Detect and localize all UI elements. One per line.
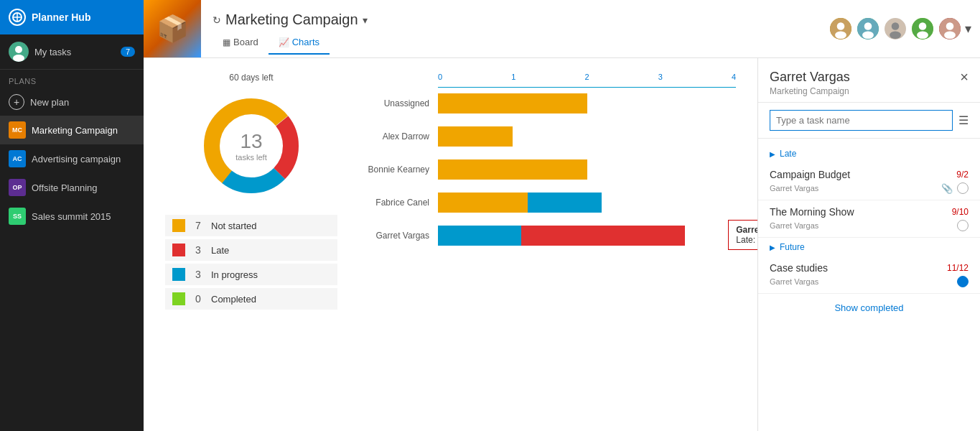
tab-board[interactable]: ▦ Board	[213, 31, 269, 55]
bar-segment-red	[521, 226, 685, 246]
more-members-icon[interactable]: ▾	[965, 21, 971, 37]
sidebar: Planner Hub My tasks 7 Plans + New plan …	[0, 0, 144, 431]
member-avatar-1[interactable]	[829, 17, 853, 41]
bar-chart-section: 0 1 2 3 4 Unassigned Alex Darro	[366, 73, 736, 417]
filter-icon[interactable]: ☰	[958, 113, 969, 127]
charts-icon: 📈	[279, 37, 289, 47]
bar-row-garret-vargas: Garret Vargas Garret Vargas Late: 2	[366, 226, 736, 246]
board-icon: ▦	[223, 37, 230, 47]
chevron-down-icon[interactable]: ▾	[363, 14, 368, 26]
svg-point-11	[862, 32, 874, 40]
right-panel-search: ☰	[758, 103, 980, 139]
member-avatar-5[interactable]	[938, 17, 962, 41]
show-completed-button[interactable]: Show completed	[758, 294, 980, 321]
bar-segment-yellow	[438, 93, 587, 113]
member-avatar-2[interactable]	[856, 17, 880, 41]
bar-segment-yellow	[438, 193, 528, 213]
sidebar-item-sales-summit[interactable]: SS Sales summit 2015	[0, 202, 144, 231]
task-meta-campaign-budget: Garret Vargas 📎	[770, 182, 969, 194]
tooltip-name: Garret Vargas	[736, 225, 757, 235]
task-date-case-studies: 11/12	[947, 263, 969, 273]
task-meta-case-studies: Garret Vargas	[770, 276, 969, 287]
plan-icon-op: OP	[9, 179, 26, 196]
charts-panel: 60 days left 13 tasks left	[144, 58, 757, 431]
axis-tick-3: 3	[658, 73, 663, 81]
bar-track-unassigned	[438, 93, 736, 113]
svg-point-4	[15, 46, 22, 53]
bar-segment-yellow	[438, 126, 513, 147]
task-item-morning-show: The Morning Show 9/10 Garret Vargas	[758, 200, 980, 238]
new-plan-button[interactable]: + New plan	[0, 88, 144, 116]
svg-point-16	[919, 22, 927, 30]
tab-charts[interactable]: 📈 Charts	[269, 31, 330, 55]
plan-label-op: Offsite Planning	[32, 182, 98, 193]
attachment-icon: 📎	[941, 183, 953, 194]
legend-item-in-progress: 3 In progress	[165, 264, 337, 285]
task-top-case-studies: Case studies 11/12	[770, 262, 969, 274]
donut-section: 60 days left 13 tasks left	[165, 73, 337, 417]
refresh-icon[interactable]: ↻	[213, 14, 221, 26]
task-circle-icon[interactable]	[957, 220, 969, 231]
plan-icon-mc: MC	[9, 121, 26, 139]
axis-tick-2: 2	[584, 73, 589, 81]
section-chevron-future: ▶	[770, 244, 775, 251]
legend-color-completed	[172, 292, 185, 305]
bar-label-unassigned: Unassigned	[366, 98, 438, 108]
bar-segment-yellow	[438, 159, 587, 180]
sidebar-item-advertising-campaign[interactable]: AC Advertising campaign	[0, 144, 144, 173]
donut-chart: 13 tasks left	[194, 88, 309, 203]
sidebar-item-marketing-campaign[interactable]: MC Marketing Campaign	[0, 116, 144, 144]
axis-tick-4: 4	[732, 73, 736, 81]
right-panel: Garret Vargas Marketing Campaign × ☰ ▶ L…	[757, 58, 980, 431]
task-search-input[interactable]	[770, 110, 953, 131]
task-circle-icon[interactable]	[957, 182, 969, 194]
plan-label-ac: Advertising campaign	[32, 154, 121, 164]
plan-icon-ac: AC	[9, 150, 26, 167]
plan-tabs: ▦ Board 📈 Charts	[213, 28, 817, 55]
svg-point-20	[944, 32, 956, 40]
svg-point-10	[864, 22, 872, 30]
close-button[interactable]: ×	[960, 70, 969, 84]
member-avatar-3[interactable]	[883, 17, 907, 41]
legend-count-late: 3	[192, 244, 204, 256]
donut-center: 13 tasks left	[235, 130, 266, 162]
tab-board-label: Board	[233, 37, 258, 47]
bar-track-garret-vargas: Garret Vargas Late: 2	[438, 226, 736, 246]
plan-label-ss: Sales summit 2015	[32, 211, 111, 222]
planner-hub-icon	[9, 9, 26, 26]
legend-list: 7 Not started 3 Late 3 In progress	[165, 215, 337, 312]
legend-count-in-progress: 3	[192, 269, 204, 280]
bar-axis: 0 1 2 3 4	[366, 73, 736, 81]
task-icons-morning-show	[957, 220, 969, 231]
plan-label-mc: Marketing Campaign	[32, 125, 118, 136]
bar-label-alex-darrow: Alex Darrow	[366, 131, 438, 142]
sidebar-item-offsite-planning[interactable]: OP Offsite Planning	[0, 173, 144, 202]
legend-color-not-started	[172, 219, 185, 232]
member-avatar-4[interactable]	[910, 17, 935, 41]
task-circle-filled-icon[interactable]	[957, 276, 969, 287]
plan-title-area: ↻ Marketing Campaign ▾ ▦ Board 📈 Charts	[201, 3, 829, 55]
box-emoji: 📦	[157, 14, 189, 44]
svg-point-14	[890, 32, 901, 40]
donut-tasks-left-label: tasks left	[235, 153, 266, 162]
plans-section-title: Plans	[0, 70, 144, 88]
content-area: 60 days left 13 tasks left	[144, 58, 980, 431]
section-title-late: Late	[780, 149, 796, 159]
plus-icon: +	[9, 94, 24, 110]
plan-box-icon: 📦	[144, 0, 201, 57]
bar-label-garret-vargas: Garret Vargas	[366, 231, 438, 241]
task-date-campaign-budget: 9/2	[956, 170, 969, 180]
legend-label-completed: Completed	[211, 294, 256, 305]
days-left-label: 60 days left	[229, 73, 273, 83]
top-header: 📦 ↻ Marketing Campaign ▾ ▦ Board 📈 Chart…	[144, 0, 980, 58]
donut-number: 13	[235, 130, 266, 153]
right-panel-header: Garret Vargas Marketing Campaign ×	[758, 58, 980, 103]
svg-point-7	[837, 22, 845, 30]
my-tasks-badge: 7	[121, 47, 135, 57]
bar-track-fabrice-canel	[438, 193, 736, 213]
bar-tooltip-garret: Garret Vargas Late: 2	[728, 220, 757, 250]
task-top-campaign-budget: Campaign Budget 9/2	[770, 169, 969, 180]
svg-point-5	[13, 55, 24, 62]
task-icons-case-studies	[957, 276, 969, 287]
my-tasks-item[interactable]: My tasks 7	[0, 34, 144, 70]
